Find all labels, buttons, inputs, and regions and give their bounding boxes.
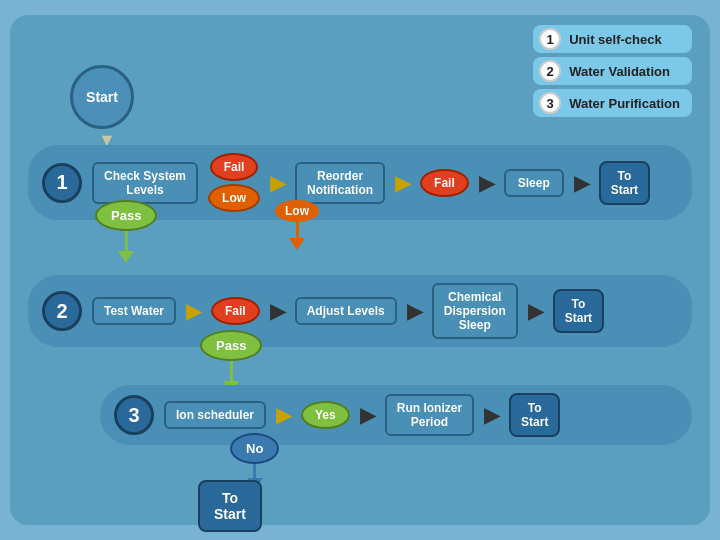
fail-badge-2: Fail — [420, 169, 469, 197]
step-1-num: 1 — [42, 163, 82, 203]
ion-scheduler: Ion scheduler — [164, 401, 266, 429]
fail-low-col: Fail Low — [208, 153, 260, 212]
row3-strip: 3 Ion scheduler ▶ Yes ▶ Run Ionizer Peri… — [100, 385, 692, 445]
fail-badge-3: Fail — [211, 297, 260, 325]
arrow-1: ▶ — [270, 171, 285, 195]
legend-label-1: Unit self-check — [569, 32, 661, 47]
run-ionizer-period: Run Ionizer Period — [385, 394, 474, 436]
legend-label-2: Water Validation — [569, 64, 670, 79]
test-water: Test Water — [92, 297, 176, 325]
row2-strip: 2 Test Water ▶ Fail ▶ Adjust Levels ▶ Ch… — [28, 275, 692, 347]
legend-num-1: 1 — [539, 28, 561, 50]
arrow-10: ▶ — [360, 403, 375, 427]
to-start-3: To Start — [509, 393, 560, 437]
no-label: No — [230, 433, 279, 464]
check-system-levels: Check System Levels — [92, 162, 198, 204]
step-3-num: 3 — [114, 395, 154, 435]
legend-num-3: 3 — [539, 92, 561, 114]
step-2-num: 2 — [42, 291, 82, 331]
final-to-start: To Start — [198, 480, 262, 532]
pass-down-line-1 — [125, 231, 128, 251]
low-arrow-block: Low — [275, 200, 319, 250]
legend-num-2: 2 — [539, 60, 561, 82]
arrow-3: ▶ — [479, 171, 494, 195]
legend: 1 Unit self-check 2 Water Validation 3 W… — [533, 25, 692, 117]
arrow-6: ▶ — [270, 299, 285, 323]
arrow-5: ▶ — [186, 299, 201, 323]
arrow-11: ▶ — [484, 403, 499, 427]
arrow-7: ▶ — [407, 299, 422, 323]
start-bubble: Start — [70, 65, 134, 129]
to-start-2: To Start — [553, 289, 604, 333]
low-badge-1: Low — [208, 184, 260, 212]
arrow-4: ▶ — [574, 171, 589, 195]
pass-label-2: Pass — [200, 330, 262, 361]
legend-label-3: Water Purification — [569, 96, 680, 111]
low-down-line — [296, 222, 299, 238]
yes-badge: Yes — [301, 401, 350, 429]
main-container: 1 Unit self-check 2 Water Validation 3 W… — [10, 15, 710, 525]
pass-label-1: Pass — [95, 200, 157, 231]
low-label-2: Low — [275, 200, 319, 222]
fail-badge-1: Fail — [210, 153, 259, 181]
pass-down-line-2 — [230, 361, 233, 381]
start-label: Start — [86, 89, 118, 105]
no-down-line — [253, 464, 256, 478]
reorder-notification: Reorder Notification — [295, 162, 385, 204]
adjust-levels: Adjust Levels — [295, 297, 397, 325]
arrow-2: ▶ — [395, 171, 410, 195]
legend-item-1: 1 Unit self-check — [533, 25, 692, 53]
arrow-8: ▶ — [528, 299, 543, 323]
arrow-9: ▶ — [276, 403, 291, 427]
to-start-1: To Start — [599, 161, 650, 205]
chemical-dispersion-sleep: Chemical Dispersion Sleep — [432, 283, 518, 339]
pass-block-2: Pass — [200, 330, 262, 393]
legend-item-3: 3 Water Purification — [533, 89, 692, 117]
sleep-node: Sleep — [504, 169, 564, 197]
pass-block-1: Pass — [95, 200, 157, 263]
legend-item-2: 2 Water Validation — [533, 57, 692, 85]
low-down-triangle — [289, 238, 305, 250]
pass-down-triangle-1 — [118, 251, 134, 263]
